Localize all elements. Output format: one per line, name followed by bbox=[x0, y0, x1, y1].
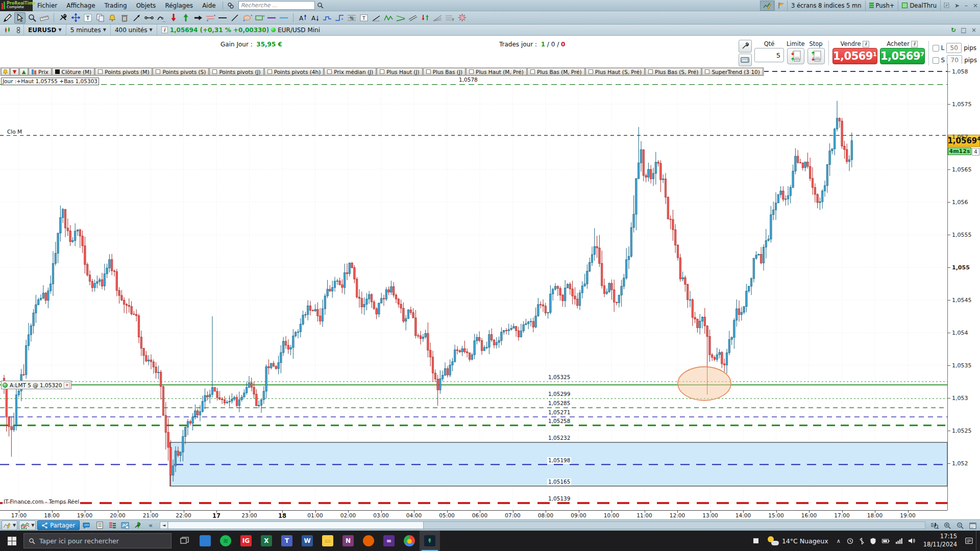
stop-order-button[interactable] bbox=[807, 48, 825, 64]
chart-style-icon[interactable]: ▼ bbox=[19, 520, 36, 530]
draw-pencil-icon[interactable] bbox=[2, 12, 13, 23]
ruler-icon[interactable] bbox=[39, 12, 50, 23]
price-chart[interactable] bbox=[0, 66, 947, 510]
retracement-icon[interactable]: % bbox=[346, 12, 357, 23]
volume-icon[interactable] bbox=[905, 538, 918, 544]
price-up-icon[interactable]: ▲ bbox=[19, 68, 28, 76]
indicator-checkbox[interactable] bbox=[426, 69, 431, 74]
menu-fichier[interactable]: Fichier bbox=[33, 1, 62, 11]
gear-icon[interactable] bbox=[456, 12, 468, 23]
indicator-checkbox[interactable] bbox=[589, 69, 593, 74]
battery-icon[interactable] bbox=[879, 539, 893, 543]
taskbar-app-prorealtime-icon[interactable]: ↟ bbox=[420, 531, 440, 551]
freehand-icon[interactable]: ... bbox=[156, 12, 167, 23]
start-button[interactable] bbox=[0, 531, 23, 551]
symbol-selector[interactable]: EURUSD▼ bbox=[24, 24, 66, 35]
step-line-icon[interactable] bbox=[322, 12, 333, 23]
draw-mode-icon[interactable]: ▼ bbox=[2, 520, 17, 530]
share-button[interactable]: Partager bbox=[37, 520, 80, 530]
taskbar-app-explorer-icon[interactable]: ▭ bbox=[317, 531, 338, 551]
taskbar-app-monitor-icon[interactable] bbox=[195, 531, 215, 551]
parallel-channel-icon[interactable] bbox=[407, 12, 419, 23]
pattern-wedge-icon[interactable] bbox=[395, 12, 406, 23]
indicator-checkbox[interactable] bbox=[648, 69, 653, 74]
units-selector[interactable]: 400 unités▼ bbox=[111, 24, 157, 35]
notification-center-icon[interactable] bbox=[962, 537, 976, 544]
menu-affichage[interactable]: Affichage bbox=[62, 1, 100, 11]
indicator-checkbox[interactable] bbox=[469, 69, 474, 74]
tray-expand-icon[interactable]: ∧ bbox=[834, 538, 844, 544]
parallel-red-icon[interactable]: ++ bbox=[205, 12, 216, 23]
indicator-checkbox[interactable] bbox=[98, 69, 103, 74]
menu-objets[interactable]: Objets bbox=[132, 1, 161, 11]
indicator-toggle-points-pivots-m-[interactable]: Points pivots (M) bbox=[95, 68, 152, 76]
keyboard-icon[interactable] bbox=[739, 54, 752, 66]
weather-widget[interactable]: 14°C Nuageux bbox=[763, 536, 834, 545]
taskbar-app-firefox-icon[interactable] bbox=[358, 531, 379, 551]
taskbar-app-ig-icon[interactable]: IG bbox=[236, 531, 256, 551]
search-icon[interactable] bbox=[315, 1, 326, 10]
hline-cyan-icon[interactable] bbox=[278, 12, 289, 23]
corner-line-icon[interactable]: + bbox=[334, 12, 345, 23]
order-settings-icon[interactable] bbox=[739, 40, 752, 53]
indicator-toggle-plus-bas-j-[interactable]: Plus Bas (J) bbox=[423, 68, 465, 76]
trendline-up-icon[interactable] bbox=[131, 12, 142, 23]
tools-icon[interactable] bbox=[58, 12, 69, 23]
workspace-button[interactable]: 3 écrans 8 indices 5 mn bbox=[787, 1, 865, 11]
buy-button[interactable]: 1,05697 bbox=[880, 48, 925, 64]
indicator-checkbox[interactable] bbox=[530, 69, 535, 74]
text-size-down-icon[interactable]: A bbox=[309, 12, 321, 23]
taskbar-app-vstudio-icon[interactable]: ∞ bbox=[379, 531, 399, 551]
multi-line-icon[interactable]: F bbox=[444, 12, 455, 23]
clock-sync-icon[interactable] bbox=[844, 538, 856, 544]
taskbar-search-input[interactable]: Taper ici pour rechercher bbox=[23, 533, 172, 548]
flag-icon[interactable] bbox=[774, 1, 787, 11]
stop-pips-checkbox[interactable] bbox=[933, 57, 939, 64]
indicator-toggle-points-pivots-s-[interactable]: Points pivots (S) bbox=[153, 68, 209, 76]
rect-tool-icon[interactable]: + bbox=[254, 12, 265, 23]
indicator-toggle-plus-bas-m-pr-[interactable]: Plus Bas (M, Pré) bbox=[527, 68, 585, 76]
fib-fan-icon[interactable] bbox=[432, 12, 443, 23]
indicator-checkbox[interactable] bbox=[212, 69, 217, 74]
zoom-icon[interactable] bbox=[27, 12, 38, 23]
zoom-in-icon[interactable] bbox=[942, 520, 953, 530]
sell-info-icon[interactable]: i bbox=[863, 41, 869, 47]
minimize-icon[interactable]: – bbox=[962, 1, 971, 10]
text-size-up-icon[interactable]: A bbox=[297, 12, 308, 23]
price-axis[interactable]: 1,05694 4 4m12s 1,0581,05751,0571,05651,… bbox=[947, 64, 980, 510]
chart-snapshot-icon[interactable] bbox=[119, 520, 131, 530]
indicator-toggle-plus-bas-s-pr-[interactable]: Plus Bas (S, Pré) bbox=[645, 68, 701, 76]
taskbar-app-word-icon[interactable]: W bbox=[297, 531, 317, 551]
taskbar-app-spotify-icon[interactable]: ≋ bbox=[215, 531, 236, 551]
indicator-toggle-plus-haut-j-[interactable]: Plus Haut (J) bbox=[377, 68, 422, 76]
arrow-right-icon[interactable] bbox=[192, 12, 204, 23]
sell-button[interactable]: 1,05691 bbox=[832, 48, 877, 64]
push-plus-button[interactable]: Push+ bbox=[865, 1, 898, 11]
bluetooth-icon[interactable] bbox=[856, 538, 867, 544]
cancel-order-icon[interactable]: ✕ bbox=[64, 382, 70, 388]
global-search-input[interactable]: Recherche ... bbox=[238, 1, 315, 10]
menu-reglages[interactable]: Réglages bbox=[160, 1, 198, 11]
indicator-toggle-prix[interactable]: Prix bbox=[29, 68, 52, 76]
text-tool-icon[interactable]: T bbox=[82, 12, 93, 23]
alert-bell-icon[interactable] bbox=[1, 68, 10, 76]
indicator-toggle-points-pivots-j-[interactable]: Points pivots (J) bbox=[209, 68, 263, 76]
limit-order-button[interactable] bbox=[787, 48, 804, 64]
menu-aide[interactable]: Aide bbox=[198, 1, 220, 11]
pin-window-icon[interactable]: ➤ bbox=[952, 1, 962, 10]
arrow-down-icon[interactable] bbox=[168, 12, 179, 23]
orders-list-icon[interactable] bbox=[107, 520, 118, 530]
indicator-checkbox[interactable] bbox=[380, 69, 384, 74]
info-icon[interactable]: i bbox=[161, 27, 168, 33]
alert-bell-icon[interactable] bbox=[107, 12, 118, 23]
buy-info-icon[interactable]: i bbox=[911, 41, 918, 47]
cursor-icon[interactable] bbox=[14, 12, 26, 23]
diagonal-line-icon[interactable] bbox=[229, 12, 240, 23]
link-chain-icon[interactable] bbox=[225, 0, 236, 11]
edit-chart-mode-button[interactable] bbox=[760, 1, 774, 11]
indicator-toggle-plus-haut-s-pr-[interactable]: Plus Haut (S, Pré) bbox=[585, 68, 645, 76]
close-chart-icon[interactable]: × bbox=[969, 26, 978, 35]
segment-icon[interactable] bbox=[143, 12, 155, 23]
network-icon[interactable] bbox=[893, 538, 905, 544]
tray-overflow-app-icon[interactable] bbox=[749, 537, 763, 544]
